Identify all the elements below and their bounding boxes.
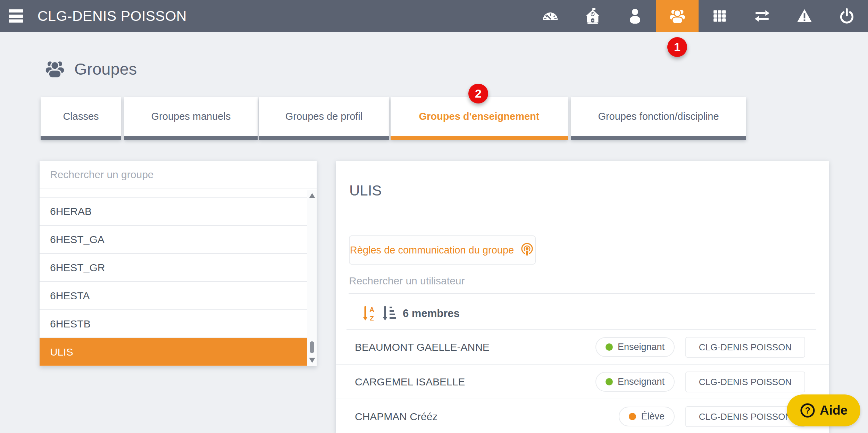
power-icon <box>838 7 856 25</box>
topbar: CLG-DENIS POISSON <box>0 0 868 32</box>
question-circle-icon: ? <box>800 402 816 418</box>
role-badge[interactable]: Élève <box>619 407 675 426</box>
group-search-input[interactable] <box>40 161 317 189</box>
establishment-button[interactable]: CLG-DENIS POISSON <box>685 337 805 358</box>
annotation-step-badge-2: 2 <box>468 84 488 103</box>
user-search-input[interactable] <box>349 270 811 292</box>
list-item-6herab[interactable]: 6HERAB <box>40 198 307 226</box>
list-item-6hesta[interactable]: 6HESTA <box>40 282 307 310</box>
svg-text:?: ? <box>805 406 810 415</box>
topnav <box>529 0 868 32</box>
communication-rules-button[interactable]: Règles de communication du groupe <box>349 235 536 265</box>
member-name: CHAPMAN Crééz <box>355 399 437 433</box>
sort-amount-icon[interactable] <box>382 305 396 322</box>
page-heading: Groupes <box>44 58 137 79</box>
nav-user[interactable] <box>614 0 656 32</box>
role-label: Enseignant <box>618 342 665 352</box>
member-row: CHAPMAN Crééz Élève CLG-DENIS POISSON <box>336 399 829 433</box>
group-search <box>40 161 317 189</box>
role-dot-icon <box>606 378 613 385</box>
establishment-title: CLG-DENIS POISSON <box>37 0 187 32</box>
help-button[interactable]: ? Aide <box>787 394 860 426</box>
role-badge[interactable]: Enseignant <box>595 337 675 357</box>
svg-text:Z: Z <box>370 315 374 322</box>
group-rows: 6HERAB 6HEST_GA 6HEST_GR 6HESTA 6HESTB U… <box>40 190 307 366</box>
member-name: CARGEMEL ISABELLE <box>355 365 465 399</box>
screen: CLG-DENIS POISSON <box>0 0 868 433</box>
warning-icon <box>796 7 813 25</box>
svg-text:A: A <box>369 306 374 313</box>
role-dot-icon <box>629 413 636 420</box>
podcast-icon <box>519 242 535 258</box>
member-list: BEAUMONT GAELLE-ANNE Enseignant CLG-DENI… <box>336 330 829 433</box>
members-count: 6 membres <box>403 307 460 320</box>
annotation-step-badge-1: 1 <box>667 37 687 57</box>
sort-row: A Z 6 membres <box>336 305 829 323</box>
nav-school[interactable] <box>571 0 614 32</box>
nav-dashboard[interactable] <box>529 0 571 32</box>
school-icon <box>584 7 601 25</box>
exchange-arrows-icon <box>753 7 771 25</box>
sort-alpha-icon[interactable]: A Z <box>362 305 375 322</box>
tab-groupes-fonction-discipline[interactable]: Groupes fonction/discipline <box>571 97 746 140</box>
nav-transfers[interactable] <box>741 0 783 32</box>
scroll-thumb[interactable] <box>310 341 314 353</box>
member-row: BEAUMONT GAELLE-ANNE Enseignant CLG-DENI… <box>336 330 829 365</box>
gauge-icon <box>542 7 559 25</box>
scroll-up-icon[interactable] <box>309 193 315 198</box>
group-detail-panel: ULIS Règles de communication du groupe A… <box>336 161 829 433</box>
nav-logout[interactable] <box>826 0 868 32</box>
user-icon <box>626 7 644 25</box>
nav-groups[interactable] <box>656 0 699 32</box>
group-list: 6HERAB 6HEST_GA 6HEST_GR 6HESTA 6HESTB U… <box>40 190 317 366</box>
scrollbar[interactable] <box>307 190 317 366</box>
page-title: Groupes <box>74 59 137 78</box>
group-detail-title: ULIS <box>349 182 382 199</box>
tab-classes[interactable]: Classes <box>41 97 121 140</box>
scroll-down-icon[interactable] <box>309 358 315 363</box>
member-name: BEAUMONT GAELLE-ANNE <box>355 330 490 365</box>
list-item-6hest-ga[interactable]: 6HEST_GA <box>40 226 307 254</box>
list-item-ulis-selected[interactable]: ULIS <box>40 338 307 366</box>
divider <box>349 293 815 294</box>
users-icon <box>669 7 686 25</box>
communication-rules-label: Règles de communication du groupe <box>350 244 514 256</box>
role-badge[interactable]: Enseignant <box>595 372 675 392</box>
groups-icon <box>44 58 65 79</box>
list-item-6hest-gr[interactable]: 6HEST_GR <box>40 254 307 282</box>
nav-alerts[interactable] <box>783 0 826 32</box>
role-dot-icon <box>606 343 613 351</box>
hamburger-menu-icon[interactable] <box>9 9 23 23</box>
member-row: CARGEMEL ISABELLE Enseignant CLG-DENIS P… <box>336 365 829 399</box>
tab-groupes-de-profil[interactable]: Groupes de profil <box>259 97 389 140</box>
nav-modules[interactable] <box>699 0 741 32</box>
group-list-panel: 6HERAB 6HEST_GA 6HEST_GR 6HESTA 6HESTB U… <box>40 161 317 366</box>
tab-groupes-manuels[interactable]: Groupes manuels <box>124 97 258 140</box>
establishment-button[interactable]: CLG-DENIS POISSON <box>685 372 805 392</box>
role-label: Élève <box>641 411 665 422</box>
list-item-partial[interactable] <box>40 190 307 198</box>
list-item-6hestb[interactable]: 6HESTB <box>40 310 307 338</box>
user-search <box>349 270 811 292</box>
tab-groupes-enseignement[interactable]: Groupes d'enseignement <box>391 97 568 140</box>
help-label: Aide <box>820 403 848 418</box>
role-label: Enseignant <box>618 376 665 387</box>
grid-icon <box>711 7 728 25</box>
